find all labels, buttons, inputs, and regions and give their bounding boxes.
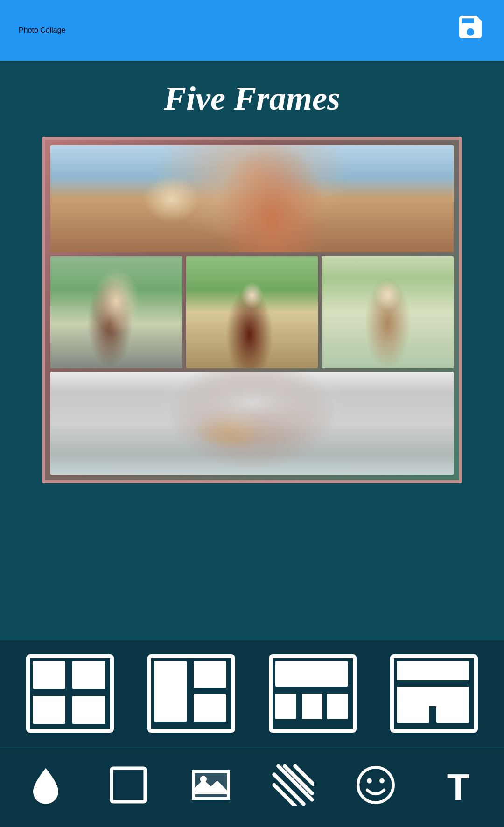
svg-rect-16 — [397, 687, 469, 706]
layout-grid-icon-4 — [390, 654, 478, 733]
border-tool-button[interactable] — [96, 757, 161, 813]
svg-rect-13 — [327, 694, 348, 719]
svg-point-32 — [379, 778, 385, 784]
layout-grid-icon-1 — [26, 654, 114, 733]
layout-option-1[interactable] — [23, 652, 117, 736]
layout-row — [0, 640, 504, 748]
svg-rect-19 — [112, 768, 145, 802]
droplet-icon — [25, 764, 67, 806]
collage-row-2 — [50, 256, 454, 368]
svg-point-31 — [367, 778, 372, 784]
svg-rect-1 — [33, 661, 65, 689]
svg-rect-10 — [275, 661, 348, 687]
main-content: Five Frames — [0, 61, 504, 640]
photo-icon — [190, 764, 232, 806]
text-tool-button[interactable]: T — [426, 757, 491, 813]
svg-point-30 — [358, 767, 393, 803]
emoji-icon — [355, 764, 397, 806]
bottom-toolbar: T — [0, 640, 504, 827]
svg-rect-15 — [397, 661, 469, 680]
save-button[interactable] — [455, 12, 485, 49]
svg-rect-12 — [302, 694, 322, 719]
collage-frame[interactable] — [42, 137, 462, 483]
top-bar: Photo Collage — [0, 0, 504, 61]
layout-grid-icon-3 — [268, 654, 357, 733]
svg-rect-8 — [194, 694, 226, 722]
background-tool-button[interactable] — [13, 757, 78, 813]
svg-rect-2 — [72, 661, 105, 689]
app-title: Photo Collage — [19, 26, 66, 35]
border-icon — [107, 764, 149, 806]
svg-rect-11 — [275, 694, 296, 719]
collage-title: Five Frames — [164, 79, 340, 118]
layout-option-3[interactable] — [266, 652, 359, 736]
pattern-tool-button[interactable] — [260, 757, 326, 813]
collage-cell-2[interactable] — [50, 256, 182, 368]
layout-option-2[interactable] — [145, 652, 238, 736]
photo-tool-button[interactable] — [178, 757, 244, 813]
collage-cell-5[interactable] — [50, 372, 454, 475]
svg-text:T: T — [447, 766, 469, 806]
collage-cell-3[interactable] — [186, 256, 318, 368]
collage-row-1 — [50, 145, 454, 252]
collage-cell-4[interactable] — [322, 256, 454, 368]
layout-option-4[interactable] — [387, 652, 481, 736]
tool-row: T — [0, 748, 504, 827]
svg-rect-7 — [194, 661, 226, 688]
pattern-icon — [272, 764, 314, 806]
collage-cell-1[interactable] — [50, 145, 454, 252]
emoji-tool-button[interactable] — [343, 757, 408, 813]
svg-rect-3 — [33, 696, 65, 724]
text-icon: T — [437, 764, 479, 806]
layout-grid-icon-2 — [147, 654, 236, 733]
svg-rect-4 — [72, 696, 105, 724]
svg-rect-18 — [436, 705, 469, 723]
save-icon — [455, 12, 485, 42]
svg-line-28 — [274, 785, 295, 806]
svg-rect-6 — [154, 661, 187, 722]
collage-row-3 — [50, 372, 454, 475]
svg-rect-17 — [397, 705, 429, 723]
